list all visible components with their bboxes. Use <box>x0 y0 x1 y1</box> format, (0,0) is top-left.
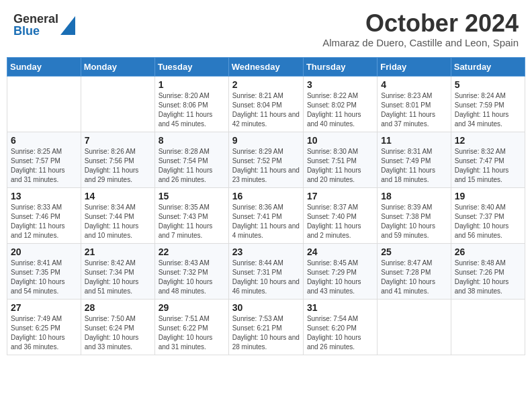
day-detail: Sunrise: 8:33 AM Sunset: 7:46 PM Dayligh… <box>11 203 77 240</box>
calendar-cell <box>451 299 525 355</box>
calendar-cell: 29Sunrise: 7:51 AM Sunset: 6:22 PM Dayli… <box>154 299 228 355</box>
day-number: 30 <box>232 302 300 313</box>
day-detail: Sunrise: 8:24 AM Sunset: 7:59 PM Dayligh… <box>455 91 521 129</box>
day-number: 25 <box>381 246 447 257</box>
calendar-cell: 17Sunrise: 8:37 AM Sunset: 7:40 PM Dayli… <box>303 187 377 243</box>
calendar-cell: 16Sunrise: 8:36 AM Sunset: 7:41 PM Dayli… <box>228 187 303 243</box>
calendar-week-row: 20Sunrise: 8:41 AM Sunset: 7:35 PM Dayli… <box>7 243 525 299</box>
day-detail: Sunrise: 7:54 AM Sunset: 6:20 PM Dayligh… <box>307 314 373 352</box>
day-detail: Sunrise: 8:25 AM Sunset: 7:57 PM Dayligh… <box>11 147 77 185</box>
calendar-cell: 25Sunrise: 8:47 AM Sunset: 7:28 PM Dayli… <box>378 243 451 299</box>
calendar-cell: 9Sunrise: 8:29 AM Sunset: 7:52 PM Daylig… <box>228 132 303 187</box>
logo-icon <box>60 16 75 35</box>
calendar-week-row: 1Sunrise: 8:20 AM Sunset: 8:06 PM Daylig… <box>7 76 525 132</box>
day-number: 10 <box>307 135 373 146</box>
day-detail: Sunrise: 8:28 AM Sunset: 7:54 PM Dayligh… <box>159 147 225 185</box>
calendar-week-row: 6Sunrise: 8:25 AM Sunset: 7:57 PM Daylig… <box>7 132 525 187</box>
day-number: 15 <box>159 191 225 201</box>
day-detail: Sunrise: 8:21 AM Sunset: 8:04 PM Dayligh… <box>232 91 300 129</box>
day-number: 1 <box>159 79 225 90</box>
calendar-cell: 4Sunrise: 8:23 AM Sunset: 8:01 PM Daylig… <box>378 76 451 132</box>
day-number: 4 <box>381 79 447 90</box>
calendar-cell: 21Sunrise: 8:42 AM Sunset: 7:34 PM Dayli… <box>81 243 154 299</box>
day-detail: Sunrise: 8:39 AM Sunset: 7:38 PM Dayligh… <box>381 203 447 240</box>
day-number: 8 <box>159 135 225 146</box>
calendar-cell: 10Sunrise: 8:30 AM Sunset: 7:51 PM Dayli… <box>303 132 377 187</box>
calendar-cell: 18Sunrise: 8:39 AM Sunset: 7:38 PM Dayli… <box>378 187 451 243</box>
day-number: 14 <box>85 191 151 201</box>
calendar-table: SundayMondayTuesdayWednesdayThursdayFrid… <box>7 57 525 355</box>
page-header: General Blue October 2024 Almaraz de Due… <box>7 7 525 52</box>
day-detail: Sunrise: 8:42 AM Sunset: 7:34 PM Dayligh… <box>85 259 151 296</box>
svg-marker-0 <box>60 16 75 35</box>
calendar-cell: 12Sunrise: 8:32 AM Sunset: 7:47 PM Dayli… <box>451 132 525 187</box>
day-detail: Sunrise: 7:51 AM Sunset: 6:22 PM Dayligh… <box>159 314 225 352</box>
calendar-header-row: SundayMondayTuesdayWednesdayThursdayFrid… <box>7 57 525 76</box>
day-number: 6 <box>11 135 77 146</box>
day-number: 27 <box>11 302 77 313</box>
calendar-cell: 1Sunrise: 8:20 AM Sunset: 8:06 PM Daylig… <box>154 76 228 132</box>
day-detail: Sunrise: 8:43 AM Sunset: 7:32 PM Dayligh… <box>159 259 225 296</box>
day-number: 21 <box>85 246 151 257</box>
calendar-cell: 27Sunrise: 7:49 AM Sunset: 6:25 PM Dayli… <box>7 299 81 355</box>
calendar-cell: 13Sunrise: 8:33 AM Sunset: 7:46 PM Dayli… <box>7 187 81 243</box>
day-number: 20 <box>11 246 77 257</box>
calendar-cell <box>81 76 154 132</box>
calendar-cell: 3Sunrise: 8:22 AM Sunset: 8:02 PM Daylig… <box>303 76 377 132</box>
day-number: 17 <box>307 191 373 201</box>
day-header-wednesday: Wednesday <box>228 57 303 76</box>
calendar-cell: 22Sunrise: 8:43 AM Sunset: 7:32 PM Dayli… <box>154 243 228 299</box>
day-detail: Sunrise: 8:47 AM Sunset: 7:28 PM Dayligh… <box>381 259 447 296</box>
day-detail: Sunrise: 8:30 AM Sunset: 7:51 PM Dayligh… <box>307 147 373 185</box>
calendar-cell: 24Sunrise: 8:45 AM Sunset: 7:29 PM Dayli… <box>303 243 377 299</box>
calendar-cell: 20Sunrise: 8:41 AM Sunset: 7:35 PM Dayli… <box>7 243 81 299</box>
day-detail: Sunrise: 8:32 AM Sunset: 7:47 PM Dayligh… <box>455 147 521 185</box>
calendar-cell: 11Sunrise: 8:31 AM Sunset: 7:49 PM Dayli… <box>378 132 451 187</box>
calendar-cell: 30Sunrise: 7:53 AM Sunset: 6:21 PM Dayli… <box>228 299 303 355</box>
day-number: 29 <box>159 302 225 313</box>
day-number: 18 <box>381 191 447 201</box>
calendar-cell: 23Sunrise: 8:44 AM Sunset: 7:31 PM Dayli… <box>228 243 303 299</box>
calendar-cell: 2Sunrise: 8:21 AM Sunset: 8:04 PM Daylig… <box>228 76 303 132</box>
logo: General Blue <box>13 13 75 37</box>
day-number: 12 <box>455 135 521 146</box>
calendar-cell: 7Sunrise: 8:26 AM Sunset: 7:56 PM Daylig… <box>81 132 154 187</box>
day-detail: Sunrise: 7:49 AM Sunset: 6:25 PM Dayligh… <box>11 314 77 352</box>
logo-general-text: General <box>13 13 58 25</box>
day-header-friday: Friday <box>378 57 451 76</box>
day-number: 24 <box>307 246 373 257</box>
day-header-sunday: Sunday <box>7 57 81 76</box>
day-detail: Sunrise: 8:48 AM Sunset: 7:26 PM Dayligh… <box>455 259 521 296</box>
calendar-location: Almaraz de Duero, Castille and Leon, Spa… <box>322 37 519 48</box>
day-detail: Sunrise: 8:29 AM Sunset: 7:52 PM Dayligh… <box>232 147 300 185</box>
day-header-monday: Monday <box>81 57 154 76</box>
day-detail: Sunrise: 8:35 AM Sunset: 7:43 PM Dayligh… <box>159 203 225 240</box>
calendar-cell: 19Sunrise: 8:40 AM Sunset: 7:37 PM Dayli… <box>451 187 525 243</box>
day-header-tuesday: Tuesday <box>154 57 228 76</box>
calendar-cell <box>378 299 451 355</box>
title-area: October 2024 Almaraz de Duero, Castille … <box>322 10 519 48</box>
day-number: 16 <box>232 191 300 201</box>
logo-blue-text: Blue <box>13 25 58 37</box>
day-number: 11 <box>381 135 447 146</box>
calendar-week-row: 13Sunrise: 8:33 AM Sunset: 7:46 PM Dayli… <box>7 187 525 243</box>
day-detail: Sunrise: 8:22 AM Sunset: 8:02 PM Dayligh… <box>307 91 373 129</box>
day-detail: Sunrise: 8:41 AM Sunset: 7:35 PM Dayligh… <box>11 259 77 296</box>
day-number: 2 <box>232 79 300 90</box>
calendar-cell: 6Sunrise: 8:25 AM Sunset: 7:57 PM Daylig… <box>7 132 81 187</box>
day-detail: Sunrise: 8:34 AM Sunset: 7:44 PM Dayligh… <box>85 203 151 240</box>
day-detail: Sunrise: 7:50 AM Sunset: 6:24 PM Dayligh… <box>85 314 151 352</box>
day-detail: Sunrise: 8:44 AM Sunset: 7:31 PM Dayligh… <box>232 259 300 296</box>
day-detail: Sunrise: 8:37 AM Sunset: 7:40 PM Dayligh… <box>307 203 373 240</box>
day-header-thursday: Thursday <box>303 57 377 76</box>
day-number: 26 <box>455 246 521 257</box>
calendar-cell: 14Sunrise: 8:34 AM Sunset: 7:44 PM Dayli… <box>81 187 154 243</box>
day-number: 9 <box>232 135 300 146</box>
day-header-saturday: Saturday <box>451 57 525 76</box>
day-detail: Sunrise: 8:36 AM Sunset: 7:41 PM Dayligh… <box>232 203 300 240</box>
day-detail: Sunrise: 8:23 AM Sunset: 8:01 PM Dayligh… <box>381 91 447 129</box>
day-number: 31 <box>307 302 373 313</box>
day-number: 5 <box>455 79 521 90</box>
day-number: 13 <box>11 191 77 201</box>
day-number: 22 <box>159 246 225 257</box>
